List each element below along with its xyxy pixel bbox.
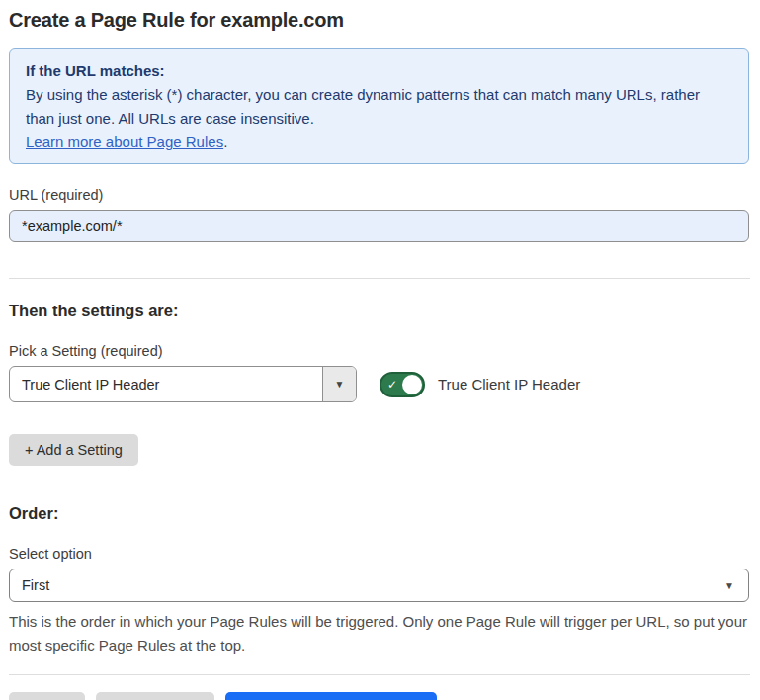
chevron-down-icon: ▼ (724, 580, 734, 591)
create-page-rule-form: Create a Page Rule for example.com If th… (0, 0, 760, 700)
divider (9, 674, 750, 675)
setting-select-value: True Client IP Header (10, 367, 322, 401)
divider (9, 481, 750, 481)
save-as-draft-button[interactable]: Save as Draft (96, 692, 214, 700)
link-period: . (223, 133, 227, 150)
page-title: Create a Page Rule for example.com (9, 9, 750, 32)
url-field-label: URL (required) (9, 187, 750, 203)
setting-row: True Client IP Header ▼ ✓ True Client IP… (9, 366, 750, 402)
url-input[interactable] (9, 210, 749, 242)
setting-select-arrow-button[interactable]: ▼ (322, 367, 356, 401)
save-and-deploy-button[interactable]: Save and Deploy Page Rule (225, 692, 437, 700)
order-section-heading: Order: (9, 504, 750, 523)
url-match-info-box: If the URL matches: By using the asteris… (9, 48, 749, 164)
info-box-link-line: Learn more about Page Rules. (26, 131, 732, 154)
chevron-down-icon: ▼ (335, 379, 345, 390)
setting-picker-label: Pick a Setting (required) (9, 343, 750, 359)
order-select-label: Select option (9, 546, 750, 562)
check-icon: ✓ (387, 379, 397, 391)
learn-more-link[interactable]: Learn more about Page Rules (26, 133, 223, 150)
order-help-text: This is the order in which your Page Rul… (9, 610, 752, 657)
order-select-value: First (22, 577, 724, 593)
divider (9, 278, 750, 279)
settings-section-heading: Then the settings are: (9, 302, 750, 320)
toggle-knob (402, 375, 422, 394)
setting-toggle[interactable]: ✓ (380, 372, 425, 397)
info-box-body: By using the asterisk (*) character, you… (26, 83, 732, 131)
footer-buttons: Cancel Save as Draft Save and Deploy Pag… (9, 692, 750, 700)
setting-select[interactable]: True Client IP Header ▼ (9, 366, 357, 402)
order-select[interactable]: First ▼ (9, 569, 749, 602)
add-setting-button[interactable]: + Add a Setting (9, 434, 138, 466)
cancel-button[interactable]: Cancel (9, 692, 85, 700)
info-box-heading: If the URL matches: (26, 59, 732, 83)
toggle-label: True Client IP Header (438, 376, 580, 393)
